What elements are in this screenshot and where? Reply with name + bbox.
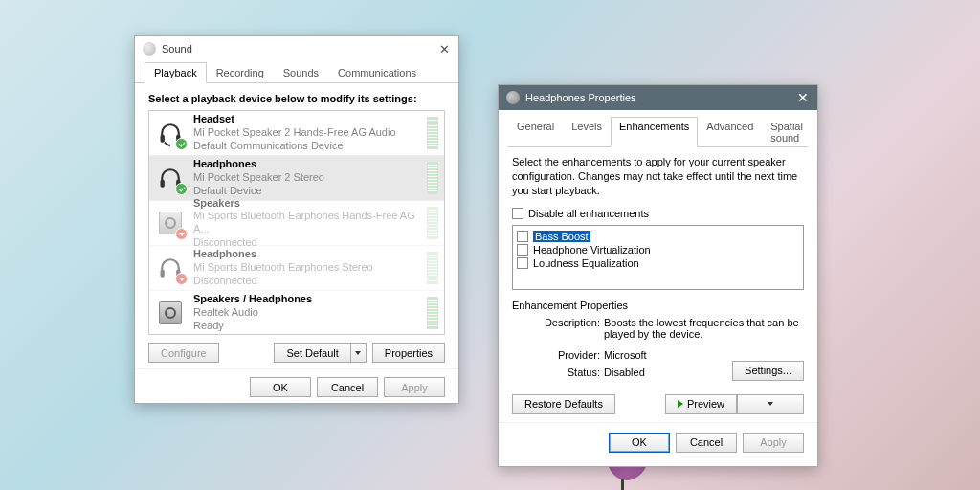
svg-rect-2 <box>161 180 165 188</box>
props-titlebar[interactable]: Headphones Properties ✕ <box>499 85 817 110</box>
device-status: Default Communications Device <box>193 140 427 153</box>
device-name: Headphones <box>193 248 427 261</box>
props-tabs: General Levels Enhancements Advanced Spa… <box>508 116 808 147</box>
checkbox[interactable] <box>517 244 528 256</box>
enhancement-loudness-equalization[interactable]: Loudness Equalization <box>517 256 799 270</box>
device-headphones-2[interactable]: Headphones Mi Sports Bluetooth Earphones… <box>149 246 444 291</box>
set-default-button[interactable]: Set Default <box>274 343 366 363</box>
device-status: Disconnected <box>193 275 427 288</box>
tab-general[interactable]: General <box>508 117 563 147</box>
headphones-properties-window: Headphones Properties ✕ General Levels E… <box>498 84 818 467</box>
svg-rect-0 <box>161 135 165 143</box>
sound-icon <box>143 42 156 56</box>
enh-label: Bass Boost <box>533 231 590 242</box>
enh-label: Headphone Virtualization <box>533 244 651 256</box>
settings-button[interactable]: Settings... <box>732 361 804 381</box>
disable-all-checkbox[interactable] <box>512 208 523 219</box>
ok-button[interactable]: OK <box>250 377 311 397</box>
status-badge-icon <box>175 228 188 240</box>
instruction-text: Select a playback device below to modify… <box>135 83 458 110</box>
tab-recording[interactable]: Recording <box>207 62 274 83</box>
device-list[interactable]: Headset Mi Pocket Speaker 2 Hands-Free A… <box>148 110 445 335</box>
speaker-icon <box>155 298 186 328</box>
device-headset[interactable]: Headset Mi Pocket Speaker 2 Hands-Free A… <box>149 111 444 156</box>
sound-title-text: Sound <box>162 43 437 55</box>
description-label: Description: <box>535 317 604 340</box>
chevron-down-icon[interactable] <box>737 394 804 414</box>
enhancement-headphone-virtualization[interactable]: Headphone Virtualization <box>517 243 799 256</box>
level-meter <box>427 162 438 194</box>
ok-button[interactable]: OK <box>609 433 670 453</box>
level-meter <box>427 207 438 239</box>
device-name: Headphones <box>193 158 427 171</box>
headphones-icon <box>155 253 186 283</box>
tab-communications[interactable]: Communications <box>328 62 426 83</box>
chevron-down-icon[interactable] <box>351 343 367 363</box>
preview-button[interactable]: Preview <box>665 394 804 414</box>
device-sub: Realtek Audio <box>193 306 427 320</box>
level-meter <box>427 252 438 284</box>
svg-rect-4 <box>161 270 165 278</box>
apply-button[interactable]: Apply <box>743 433 804 453</box>
enhancement-bass-boost[interactable]: Bass Boost <box>517 230 799 243</box>
enh-label: Loudness Equalization <box>533 257 639 269</box>
headphones-icon <box>506 91 520 104</box>
checkbox[interactable] <box>517 257 528 269</box>
headset-icon <box>155 118 186 148</box>
cancel-button[interactable]: Cancel <box>317 377 378 397</box>
enhancements-list[interactable]: Bass Boost Headphone Virtualization Loud… <box>512 225 804 290</box>
device-name: Speakers / Headphones <box>193 293 427 306</box>
props-title-text: Headphones Properties <box>525 92 796 103</box>
headphones-icon <box>155 163 186 193</box>
status-badge-icon <box>175 273 188 285</box>
device-name: Speakers <box>193 197 427 211</box>
properties-button[interactable]: Properties <box>372 343 445 363</box>
enhancement-properties-heading: Enhancement Properties <box>512 300 804 311</box>
close-icon[interactable]: ✕ <box>796 90 810 105</box>
status-label: Status: <box>535 367 604 378</box>
device-sub: Mi Pocket Speaker 2 Hands-Free AG Audio <box>193 126 427 140</box>
device-status: Ready <box>193 320 427 333</box>
tab-advanced[interactable]: Advanced <box>698 117 762 147</box>
device-name: Headset <box>193 113 427 126</box>
level-meter <box>427 297 438 329</box>
configure-button[interactable]: Configure <box>148 343 219 363</box>
close-icon[interactable]: ✕ <box>437 42 451 56</box>
restore-defaults-button[interactable]: Restore Defaults <box>512 394 615 414</box>
apply-button[interactable]: Apply <box>384 377 445 397</box>
description-value: Boosts the lowest frequencies that can b… <box>604 317 804 340</box>
provider-value: Microsoft <box>604 349 804 361</box>
tab-levels[interactable]: Levels <box>563 117 611 147</box>
status-badge-icon <box>175 183 188 195</box>
tab-playback[interactable]: Playback <box>145 62 207 83</box>
tab-spatial-sound[interactable]: Spatial sound <box>762 117 812 147</box>
disable-all-label: Disable all enhancements <box>528 208 649 219</box>
device-sub: Mi Sports Bluetooth Earphones Hands-Free… <box>193 210 427 236</box>
enhancements-description: Select the enhancements to apply for you… <box>508 147 808 206</box>
preview-label: Preview <box>687 398 724 410</box>
device-sub: Mi Pocket Speaker 2 Stereo <box>193 171 427 185</box>
device-speakers[interactable]: Speakers Mi Sports Bluetooth Earphones H… <box>149 201 444 246</box>
sound-window: Sound ✕ Playback Recording Sounds Commun… <box>134 35 459 404</box>
checkbox[interactable] <box>517 231 528 242</box>
tab-enhancements[interactable]: Enhancements <box>611 117 698 147</box>
play-icon <box>678 400 683 408</box>
level-meter <box>427 117 438 149</box>
device-sub: Mi Sports Bluetooth Earphones Stereo <box>193 261 427 275</box>
cancel-button[interactable]: Cancel <box>676 433 737 453</box>
status-badge-icon <box>175 138 188 150</box>
device-headphones-1[interactable]: Headphones Mi Pocket Speaker 2 Stereo De… <box>149 156 444 201</box>
sound-tabs: Playback Recording Sounds Communications <box>135 61 458 83</box>
speaker-icon <box>155 208 186 238</box>
set-default-label[interactable]: Set Default <box>274 343 350 363</box>
tab-sounds[interactable]: Sounds <box>274 62 328 83</box>
sound-titlebar[interactable]: Sound ✕ <box>135 36 458 61</box>
device-speakers-headphones[interactable]: Speakers / Headphones Realtek Audio Read… <box>149 291 444 335</box>
provider-label: Provider: <box>535 349 604 361</box>
